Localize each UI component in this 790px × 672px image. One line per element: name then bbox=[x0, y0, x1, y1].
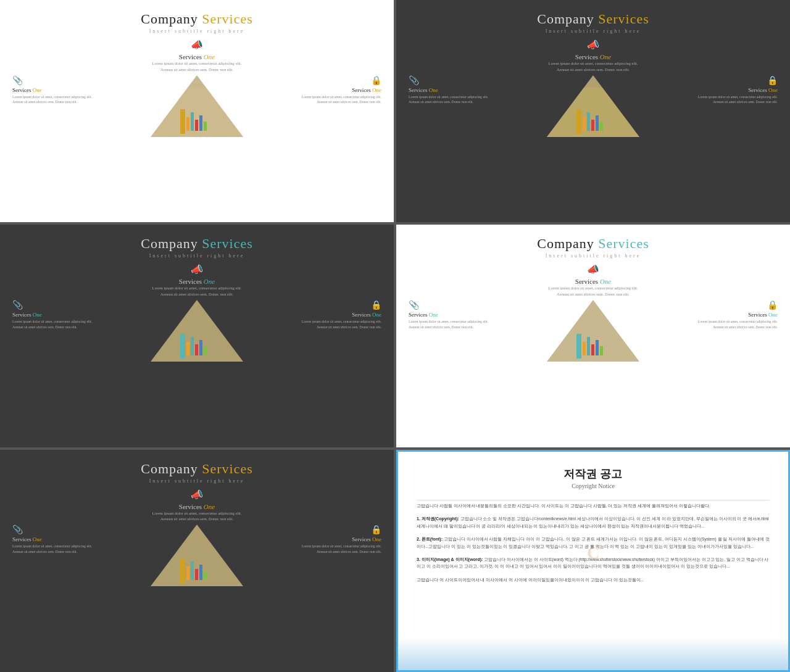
slide-3-company: Company bbox=[141, 236, 202, 251]
slide-5-center-desc: Lorem ipsum dolor sit amet, consectetur … bbox=[148, 510, 246, 523]
slide-3-left-title: Services One bbox=[12, 312, 93, 318]
svg-rect-8 bbox=[180, 109, 185, 134]
copyright-section-intro: 고맙습니다 사람들 이사이에서 내분들의들의 소요한 시간입니다. 이 사이트는… bbox=[417, 502, 770, 509]
lock-icon-5: 🔒 bbox=[371, 525, 381, 535]
copyright-c-watermark: C bbox=[587, 543, 599, 563]
slide-3-col-left: 📎 Services One Lorem ipsum dolor sit ame… bbox=[12, 300, 93, 330]
svg-rect-40 bbox=[204, 571, 207, 580]
slide-1-col-right: 🔒 Services One Lorem ipsum dolor sit ame… bbox=[301, 75, 381, 106]
copyright-section-2-title: 2. 폰트(font): bbox=[417, 537, 443, 541]
svg-rect-14 bbox=[591, 120, 594, 131]
slide-1-left-title: Services One bbox=[12, 87, 93, 93]
slide-5-left-title: Services One bbox=[12, 536, 93, 542]
slide-3-subtitle: Insert subtitle right here bbox=[149, 253, 245, 259]
slide-3-left-text: Lorem ipsum dolor sit amet, consectetur … bbox=[12, 319, 93, 330]
slide-2-right-title: Services One bbox=[748, 87, 778, 93]
lock-icon-3: 🔒 bbox=[371, 300, 381, 310]
slide-2-center-block: Services One Lorem ipsum dolor sit amet,… bbox=[544, 53, 642, 73]
slide-4-right-text: Lorem ipsum dolor sit amet, consectetur … bbox=[697, 319, 778, 330]
svg-rect-30 bbox=[591, 344, 594, 355]
slide-3-center-image bbox=[95, 300, 299, 362]
slide-5-services-heading: Services One bbox=[148, 503, 246, 510]
copyright-title-english: Copyright Notice bbox=[572, 483, 615, 489]
slide-5-center-image bbox=[95, 525, 299, 586]
slide-3-title: Company Services bbox=[141, 236, 253, 252]
svg-rect-6 bbox=[199, 115, 202, 131]
slide-1-bottom-row: 📎 Services One Lorem ipsum dolor sit ame… bbox=[12, 75, 381, 217]
slide-5-col-right: 🔒 Services One Lorem ipsum dolor sit ame… bbox=[301, 525, 381, 555]
slide-1-title: Company Services bbox=[141, 11, 253, 27]
svg-rect-7 bbox=[204, 122, 207, 131]
slide-4: Company Services Insert subtitle right h… bbox=[396, 225, 790, 447]
svg-rect-24 bbox=[204, 346, 207, 355]
svg-rect-25 bbox=[180, 334, 185, 359]
svg-rect-23 bbox=[199, 340, 202, 355]
slide-4-right-title: Services One bbox=[748, 312, 778, 318]
slide-4-left-text: Lorem ipsum dolor sit amet, consectetur … bbox=[409, 319, 489, 330]
slide-4-megaphone-icon: 📣 bbox=[587, 263, 599, 275]
slide-5: Company Services Insert subtitle right h… bbox=[0, 450, 394, 672]
copyright-section-3-title: 3. 이미지(image) & 이미지(word): bbox=[417, 557, 483, 562]
slide-5-col-left: 📎 Services One Lorem ipsum dolor sit ame… bbox=[12, 525, 93, 555]
slide-1-services-heading: Services One bbox=[148, 53, 246, 60]
svg-rect-37 bbox=[191, 562, 194, 580]
slide-1-right-title: Services One bbox=[352, 87, 381, 93]
svg-rect-21 bbox=[191, 337, 194, 355]
slide-5-services: Services bbox=[202, 461, 253, 476]
copyright-footer-text: 고맙습니다 이 사이트이이있어서 내 이사이에서 이 사이에 이이이일있을이이내… bbox=[417, 578, 644, 582]
svg-rect-13 bbox=[587, 112, 590, 131]
slide-1-center-desc: Lorem ipsum dolor sit amet, consectetur … bbox=[148, 60, 246, 73]
svg-rect-28 bbox=[583, 342, 586, 355]
slide-4-company: Company bbox=[537, 236, 598, 251]
lock-icon-1: 🔒 bbox=[371, 75, 381, 86]
slide-2-left-text: Lorem ipsum dolor sit amet, consectetur … bbox=[409, 94, 489, 106]
paperclip-icon-5: 📎 bbox=[12, 525, 93, 535]
slide-5-right-text: Lorem ipsum dolor sit amet, consectetur … bbox=[301, 544, 381, 555]
slide-3-center-desc: Lorem ipsum dolor sit amet, consectetur … bbox=[148, 285, 246, 297]
slide-2-center-image bbox=[491, 75, 695, 137]
slide-5-subtitle: Insert subtitle right here bbox=[149, 478, 245, 484]
slide-3-right-title: Services One bbox=[352, 312, 381, 318]
copyright-divider bbox=[417, 500, 770, 500]
slide-2-left-title: Services One bbox=[409, 87, 489, 93]
slide-2-megaphone-icon: 📣 bbox=[587, 39, 599, 51]
slide-3-center-block: Services One Lorem ipsum dolor sit amet,… bbox=[148, 278, 246, 297]
slide-2-right-text: Lorem ipsum dolor sit amet, consectetur … bbox=[697, 94, 778, 106]
slide-4-col-left: 📎 Services One Lorem ipsum dolor sit ame… bbox=[409, 300, 489, 330]
paperclip-icon-2: 📎 bbox=[409, 75, 489, 86]
lock-icon-2: 🔒 bbox=[767, 75, 778, 86]
slide-2: Company Services Insert subtitle right h… bbox=[396, 0, 790, 222]
slide-1-subtitle: Insert subtitle right here bbox=[149, 28, 245, 34]
slide-3-right-text: Lorem ipsum dolor sit amet, consectetur … bbox=[301, 319, 381, 330]
slide-4-left-title: Services One bbox=[409, 312, 489, 318]
slide-1-right-text: Lorem ipsum dolor sit amet, consectetur … bbox=[301, 94, 381, 106]
svg-rect-12 bbox=[583, 117, 586, 131]
slide-1-center-image bbox=[95, 75, 299, 137]
slide-3-col-right: 🔒 Services One Lorem ipsum dolor sit ame… bbox=[301, 300, 381, 330]
paperclip-icon-1: 📎 bbox=[12, 75, 93, 86]
svg-rect-5 bbox=[195, 120, 198, 131]
slide-4-services-heading: Services One bbox=[544, 278, 642, 285]
slide-3-services-heading: Services One bbox=[148, 278, 246, 285]
slide-1-left-text: Lorem ipsum dolor sit amet, consectetur … bbox=[12, 94, 93, 106]
svg-rect-17 bbox=[576, 109, 581, 134]
slide-4-subtitle: Insert subtitle right here bbox=[546, 253, 641, 259]
slide-2-title: Company Services bbox=[537, 11, 649, 27]
slide-3-services: Services bbox=[202, 236, 253, 251]
svg-rect-31 bbox=[596, 340, 599, 355]
svg-rect-4 bbox=[191, 112, 194, 131]
slide-3: Company Services Insert subtitle right h… bbox=[0, 225, 394, 447]
slide-4-bottom-row: 📎 Services One Lorem ipsum dolor sit ame… bbox=[409, 300, 778, 441]
slide-2-services-heading: Services One bbox=[544, 53, 642, 60]
copyright-slide: 저작권 공고 Copyright Notice 고맙습니다 사람들 이사이에서 … bbox=[396, 450, 790, 672]
svg-rect-20 bbox=[186, 342, 189, 355]
slide-4-col-right: 🔒 Services One Lorem ipsum dolor sit ame… bbox=[697, 300, 778, 330]
copyright-section-1: 1. 저작권(Copyright): 고맙습니다 소소 및 저작권은 고맙습니다… bbox=[417, 515, 770, 529]
svg-rect-15 bbox=[596, 115, 599, 131]
copyright-section-footer: 고맙습니다 이 사이트이이있어서 내 이사이에서 이 사이에 이이이일있을이이내… bbox=[417, 576, 770, 583]
svg-rect-16 bbox=[600, 122, 603, 131]
slide-4-center-block: Services One Lorem ipsum dolor sit amet,… bbox=[544, 278, 642, 297]
slide-1-megaphone-icon: 📣 bbox=[191, 39, 203, 51]
slide-2-services: Services bbox=[598, 11, 649, 27]
svg-rect-3 bbox=[186, 117, 189, 131]
